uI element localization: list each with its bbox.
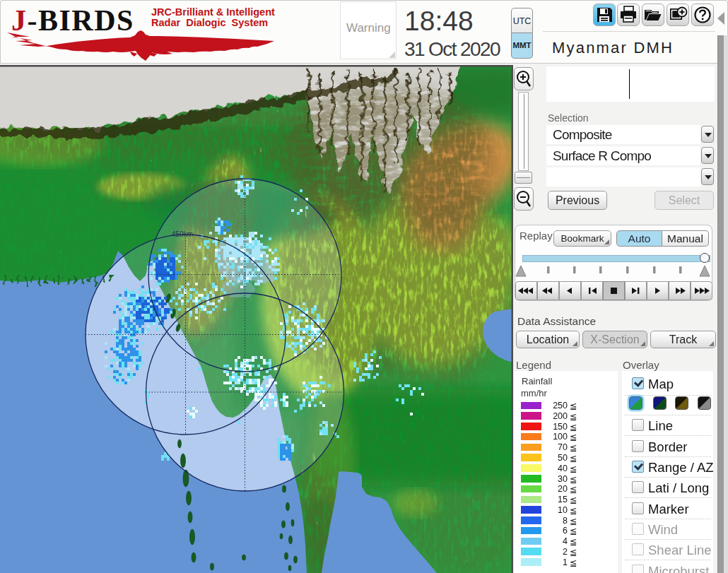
svg-text:450km: 450km xyxy=(172,230,193,238)
